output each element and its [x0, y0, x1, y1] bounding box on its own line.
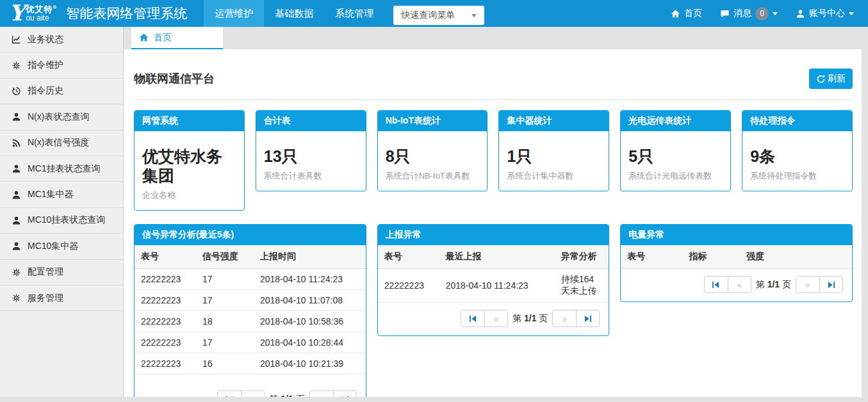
user-icon — [12, 216, 21, 225]
table-row[interactable]: 22222223 17 2018-04-10 11:24:23 — [135, 269, 366, 290]
stat-card-header: 光电远传表统计 — [621, 111, 730, 131]
column-header: 指标 — [682, 245, 740, 269]
nav-item-system-mgmt[interactable]: 系统管理 — [324, 0, 384, 27]
column-header: 异常分析 — [555, 245, 609, 269]
nav-item-operations[interactable]: 运营维护 — [204, 0, 264, 27]
stat-card-caption: 系统合计光电远传表数 — [628, 170, 723, 182]
app-header: Y 优艾特® ou aite 智能表网络管理系统 运营维护 基础数据 系统管理 … — [0, 0, 868, 27]
column-header: 最近上报 — [439, 245, 555, 269]
first-page-button[interactable] — [705, 277, 728, 293]
first-page-button[interactable] — [461, 310, 484, 326]
stat-card-concentrators: 集中器统计 1只 系统合计集中器数 — [498, 110, 609, 191]
next-page-button[interactable]: » — [796, 277, 819, 293]
pager-prefix: 第 — [269, 394, 278, 398]
app-title: 智能表网络管理系统 — [66, 4, 187, 22]
gears-icon — [12, 268, 21, 277]
sidebar-item-business-status[interactable]: 业务状态 — [0, 27, 123, 52]
sidebar-item-label: MC10集中器 — [28, 241, 78, 252]
header-user-area: 首页 消息 0 账号中心 — [671, 7, 868, 20]
table-row[interactable]: 22222223 17 2018-04-10 11:07:08 — [135, 290, 366, 311]
tab-home[interactable]: 首页 — [131, 27, 223, 49]
next-page-icon: » — [805, 280, 810, 290]
report-anomaly-table: 表号 最近上报 异常分析 22222223 2018-04-10 11:24:2… — [378, 245, 609, 303]
sidebar-item-label: 指令历史 — [28, 85, 63, 97]
sidebar-item-mc10-meter-status[interactable]: MC10挂表状态查询 — [0, 208, 123, 234]
power-anomaly-table: 表号 指标 强度 — [621, 245, 852, 269]
pager-prefix: 第 — [512, 313, 521, 323]
title-separator — [134, 99, 853, 100]
table-row[interactable]: 22222223 2018-04-10 11:24:23 持续164天未上传 — [378, 269, 609, 303]
nav-item-basic-data[interactable]: 基础数据 — [264, 0, 324, 27]
last-page-icon — [584, 315, 592, 323]
gears-icon — [12, 293, 21, 303]
user-icon — [12, 241, 21, 251]
signal-anomaly-table: 表号 信号强度 上报时间 22222223 17 2018-04-10 11:2… — [135, 245, 366, 374]
messages-label: 消息 — [733, 8, 751, 19]
last-page-button[interactable] — [576, 310, 599, 326]
panel-title: 电量异常 — [621, 225, 852, 245]
next-page-button[interactable]: » — [553, 310, 576, 326]
sidebar-item-mc10-concentrator[interactable]: MC10集中器 — [0, 234, 123, 259]
chevron-down-icon — [471, 14, 477, 17]
stat-card-caption: 系统合计集中器数 — [507, 170, 601, 182]
tab-strip: 首页 — [124, 27, 862, 49]
logo-en-text: ou aite — [26, 14, 57, 22]
pagination: « 第 1/1 页 » — [135, 383, 366, 397]
next-page-button[interactable]: » — [310, 391, 333, 397]
stat-card-header: Nb-IoT表统计 — [378, 111, 487, 131]
last-page-button[interactable] — [333, 391, 356, 397]
stat-card-nbiot-meters: Nb-IoT表统计 8只 系统合计NB-IoT表具数 — [377, 110, 488, 191]
gears-icon — [12, 61, 21, 70]
prev-page-button[interactable]: « — [241, 391, 264, 397]
sidebar-item-nx-meter-status[interactable]: N(x)表状态查询 — [0, 104, 123, 130]
sidebar-item-config-mgmt[interactable]: 配置管理 — [0, 260, 123, 285]
column-header: 表号 — [135, 245, 196, 269]
home-link[interactable]: 首页 — [671, 8, 702, 19]
pager-suffix: 页 — [539, 313, 548, 323]
sidebar-item-label: MC10挂表状态查询 — [28, 214, 105, 226]
panel-title: 信号异常分析(最近5条) — [135, 225, 366, 245]
prev-page-button[interactable]: « — [484, 310, 507, 326]
sidebar-item-mc1-concentrator[interactable]: MC1集中器 — [0, 182, 123, 207]
tab-home-label: 首页 — [154, 32, 172, 44]
last-page-icon — [341, 396, 349, 398]
last-page-button[interactable] — [819, 277, 842, 293]
sidebar-item-label: 配置管理 — [28, 266, 63, 278]
home-icon — [139, 33, 149, 42]
column-header: 强度 — [740, 245, 852, 269]
account-center-menu[interactable]: 账号中心 — [796, 8, 854, 19]
quick-query-menu-dropdown[interactable]: 快速查询菜单 — [393, 6, 484, 25]
table-row[interactable]: 22222223 18 2018-04-10 10:58:36 — [135, 311, 366, 332]
refresh-icon — [816, 74, 826, 84]
sidebar-item-label: 指令维护 — [28, 60, 63, 71]
messages-menu[interactable]: 消息 0 — [720, 7, 778, 20]
chevron-down-icon — [773, 12, 778, 15]
prev-page-button[interactable]: « — [728, 277, 751, 293]
sidebar-item-service-mgmt[interactable]: 服务管理 — [0, 285, 123, 311]
pager-suffix: 页 — [782, 279, 791, 289]
column-header: 表号 — [378, 245, 439, 269]
brand-logo[interactable]: Y 优艾特® ou aite — [0, 3, 63, 24]
page-title: 物联网通信平台 — [134, 71, 215, 86]
refresh-button[interactable]: 刷新 — [809, 68, 853, 89]
sidebar-item-mc1-meter-status[interactable]: MC1挂表状态查询 — [0, 156, 123, 182]
first-page-button[interactable] — [218, 391, 241, 397]
pager-page: 1/1 — [524, 313, 536, 323]
sidebar-item-command-history[interactable]: 指令历史 — [0, 79, 123, 104]
rss-icon — [12, 138, 21, 148]
sidebar-item-command-maintenance[interactable]: 指令维护 — [0, 52, 123, 78]
table-row[interactable]: 22222223 16 2018-04-10 10:21:39 — [135, 353, 366, 374]
stat-card-value: 8只 — [386, 147, 480, 166]
stat-card-caption: 系统待处理指令数 — [750, 170, 844, 182]
column-header: 信号强度 — [196, 245, 254, 269]
message-count-badge: 0 — [755, 7, 769, 20]
stat-card-header: 集中器统计 — [499, 111, 609, 131]
column-header: 表号 — [621, 245, 682, 269]
table-row[interactable]: 22222223 17 2018-04-10 10:28:44 — [135, 332, 366, 353]
sidebar-item-nx-signal-strength[interactable]: N(x)表信号强度 — [0, 131, 123, 156]
first-page-icon — [469, 315, 477, 323]
stat-card-total-meters: 合计表 13只 系统合计表具数 — [256, 110, 366, 191]
prev-page-icon: « — [494, 314, 499, 324]
stat-card-caption: 系统合计NB-IoT表具数 — [386, 170, 480, 182]
sidebar-item-label: N(x)表信号强度 — [28, 137, 89, 149]
